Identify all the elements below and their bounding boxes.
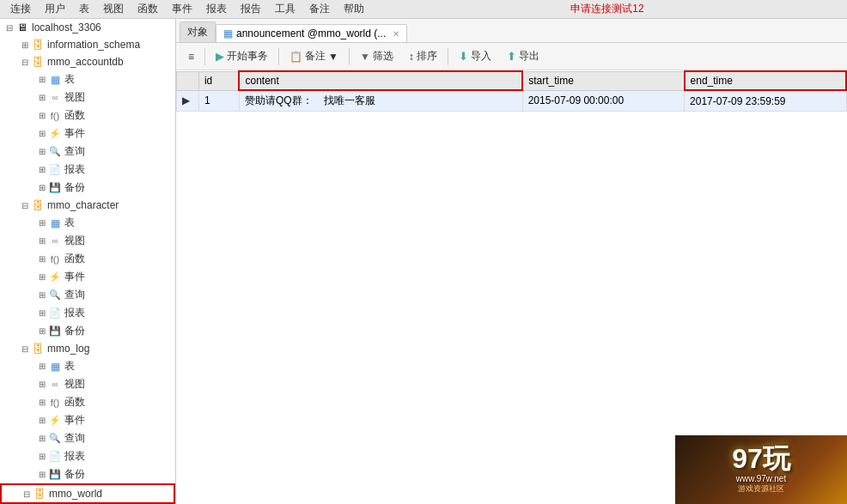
sidebar-item-log-backup[interactable]: ⊞ 💾 备份 (0, 465, 175, 483)
func-icon-char: f() (48, 252, 62, 266)
nav-report[interactable]: 报表 (199, 0, 234, 18)
import-icon: ⬇ (459, 50, 468, 63)
nav-event[interactable]: 事件 (165, 0, 199, 18)
log-backup-label: 备份 (64, 467, 85, 482)
nav-connect[interactable]: 连接 (3, 0, 38, 18)
sidebar-item-char-report[interactable]: ⊞ 📄 报表 (0, 304, 175, 322)
tab-bar: 对象 ▦ announcement @mmo_world (... ✕ (176, 19, 847, 43)
filter-icon: ▼ (360, 51, 370, 63)
sidebar-item-char-func[interactable]: ⊞ f() 函数 (0, 250, 175, 268)
query-icon-char: 🔍 (48, 288, 62, 302)
col-header-start-time[interactable]: start_time (522, 71, 684, 90)
log-func-expand: ⊞ (36, 397, 48, 409)
sidebar-item-log-report[interactable]: ⊞ 📄 报表 (0, 447, 175, 465)
info-schema-expand: ⊞ (19, 39, 31, 51)
sidebar-item-log-table[interactable]: ⊞ ▦ 表 (0, 357, 175, 375)
char-query-label: 查询 (64, 288, 85, 302)
import-label: 导入 (471, 49, 491, 64)
notes-button[interactable]: 📋 备注 ▼ (284, 47, 344, 65)
accountdb-func-expand: ⊞ (36, 110, 48, 122)
accountdb-expand: ⊟ (19, 56, 31, 68)
table-row[interactable]: ▶ 1 赞助请QQ群： 找唯一客服 2015-07-09 00:00:00 20… (177, 90, 847, 112)
nav-user[interactable]: 用户 (38, 0, 72, 18)
sidebar-item-char-event[interactable]: ⊞ ⚡ 事件 (0, 268, 175, 286)
top-nav: 连接 用户 表 视图 函数 事件 报表 报告 工具 备注 帮助 申请连接测试12 (0, 0, 847, 19)
cell-end-time[interactable]: 2017-07-09 23:59:59 (685, 90, 846, 112)
sort-button[interactable]: ↕ 排序 (404, 47, 442, 65)
nav-help[interactable]: 帮助 (337, 0, 371, 18)
nav-table[interactable]: 表 (72, 0, 96, 18)
view-icon-accountdb: ∞ (48, 91, 62, 105)
sidebar-host[interactable]: ⊟ 🖥 localhost_3306 (0, 19, 175, 36)
backup-icon-log: 💾 (48, 468, 62, 482)
backup-icon-char: 💾 (48, 325, 62, 338)
tab-close-icon[interactable]: ✕ (393, 29, 399, 39)
row-current-indicator: ▶ (182, 94, 190, 106)
table-icon-char: ▦ (48, 216, 62, 230)
import-button[interactable]: ⬇ 导入 (454, 47, 497, 65)
cell-id[interactable]: 1 (198, 90, 239, 112)
top-nav-title: 申请连接测试12 (371, 2, 844, 16)
log-backup-expand: ⊞ (36, 469, 48, 481)
query-icon-accountdb: 🔍 (48, 145, 62, 159)
query-icon-log: 🔍 (48, 432, 62, 446)
menu-button[interactable]: ≡ (183, 49, 199, 64)
host-label: localhost_3306 (32, 21, 101, 33)
cell-start-time[interactable]: 2015-07-09 00:00:00 (522, 90, 684, 112)
filter-button[interactable]: ▼ 筛选 (355, 47, 399, 65)
tab-object[interactable]: 对象 (180, 21, 216, 42)
sidebar-item-log-query[interactable]: ⊞ 🔍 查询 (0, 429, 175, 447)
world-expand: ⊟ (21, 488, 33, 500)
sidebar-item-log-view[interactable]: ⊞ ∞ 视图 (0, 375, 175, 393)
sidebar-item-mmo-character[interactable]: ⊟ 🗄 mmo_character (0, 197, 175, 214)
sidebar-item-log-event[interactable]: ⊞ ⚡ 事件 (0, 411, 175, 429)
start-transaction-button[interactable]: ▶ 开始事务 (210, 47, 273, 65)
sidebar-item-accountdb-func[interactable]: ⊞ f() 函数 (0, 106, 175, 124)
sidebar-item-mmo-world[interactable]: ⊟ 🗄 mmo_world (0, 483, 175, 504)
cell-content[interactable]: 赞助请QQ群： 找唯一客服 (239, 90, 522, 112)
accountdb-label: mmo_accountdb (47, 56, 124, 68)
notes-icon: 📋 (289, 51, 302, 63)
sidebar-item-accountdb-event[interactable]: ⊞ ⚡ 事件 (0, 124, 175, 143)
nav-report2[interactable]: 报告 (234, 0, 268, 18)
accountdb-backup-label: 备份 (64, 180, 85, 195)
sidebar-item-accountdb-backup[interactable]: ⊞ 💾 备份 (0, 179, 175, 197)
sidebar-item-accountdb-query[interactable]: ⊞ 🔍 查询 (0, 143, 175, 161)
char-report-label: 报表 (64, 306, 85, 320)
col-header-content[interactable]: content (239, 71, 522, 90)
sidebar-item-accountdb-view[interactable]: ⊞ ∞ 视图 (0, 88, 175, 106)
sidebar-item-mmo-accountdb[interactable]: ⊟ 🗄 mmo_accountdb (0, 53, 175, 70)
col-header-end-time[interactable]: end_time (685, 71, 846, 90)
col-header-id[interactable]: id (198, 71, 239, 90)
accountdb-backup-expand: ⊞ (36, 182, 48, 194)
sidebar-item-accountdb-report[interactable]: ⊞ 📄 报表 (0, 161, 175, 179)
event-icon-accountdb: ⚡ (48, 127, 62, 141)
sidebar-item-accountdb-table[interactable]: ⊞ ▦ 表 (0, 70, 175, 88)
sidebar-item-mmo-log[interactable]: ⊟ 🗄 mmo_log (0, 340, 175, 357)
nav-tools[interactable]: 工具 (268, 0, 302, 18)
logo-watermark: 97玩 www.97w.net 游戏资源社区 (675, 435, 847, 504)
log-query-expand: ⊞ (36, 433, 48, 445)
sidebar-item-char-table[interactable]: ⊞ ▦ 表 (0, 214, 175, 232)
db-icon-accountdb: 🗄 (31, 55, 45, 69)
export-button[interactable]: ⬆ 导出 (502, 47, 545, 65)
tab-announcement-label: announcement @mmo_world (... (236, 27, 386, 39)
sidebar-item-information-schema[interactable]: ⊞ 🗄 information_schema (0, 36, 175, 53)
data-table: id content start_time end_time ▶ 1 赞 (176, 70, 847, 112)
char-view-label: 视图 (64, 234, 85, 248)
accountdb-report-label: 报表 (64, 162, 85, 177)
sidebar-item-char-backup[interactable]: ⊞ 💾 备份 (0, 322, 175, 340)
sidebar-item-log-func[interactable]: ⊞ f() 函数 (0, 393, 175, 411)
toolbar-sep-3 (349, 48, 350, 65)
nav-notes[interactable]: 备注 (302, 0, 337, 18)
info-schema-label: information_schema (47, 39, 140, 51)
nav-view[interactable]: 视图 (96, 0, 131, 18)
backup-icon-accountdb: 💾 (48, 181, 62, 195)
sidebar-item-char-view[interactable]: ⊞ ∞ 视图 (0, 232, 175, 250)
character-label: mmo_character (47, 199, 119, 211)
accountdb-func-label: 函数 (64, 108, 85, 123)
tab-announcement[interactable]: ▦ announcement @mmo_world (... ✕ (216, 24, 407, 42)
sidebar-item-char-query[interactable]: ⊞ 🔍 查询 (0, 286, 175, 304)
table-icon-accountdb: ▦ (48, 73, 62, 87)
nav-func[interactable]: 函数 (131, 0, 165, 18)
